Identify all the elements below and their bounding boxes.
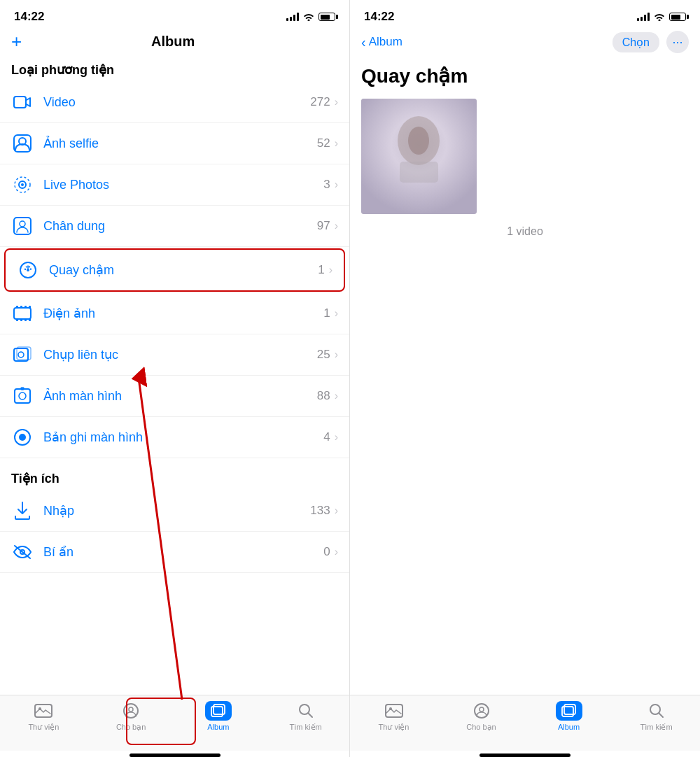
video-label: Video — [43, 95, 310, 110]
live-label: Live Photos — [43, 178, 323, 192]
list-item-video[interactable]: Video 272 › — [0, 82, 349, 123]
list-item-portrait[interactable]: Chân dung 97 › — [0, 206, 349, 247]
hidden-chevron: › — [335, 546, 338, 558]
left-tab-foryou[interactable]: Cho bạn — [88, 701, 175, 732]
screenrecord-chevron: › — [335, 431, 338, 444]
foryou-tab-icon — [121, 701, 141, 721]
svg-rect-16 — [16, 318, 18, 321]
svg-point-7 — [20, 221, 25, 227]
portrait-chevron: › — [335, 220, 338, 232]
svg-rect-23 — [15, 389, 30, 403]
right-tab-search[interactable]: Tìm kiếm — [612, 701, 700, 732]
hidden-label: Bí ẩn — [43, 544, 323, 560]
right-search-tab-icon — [647, 701, 666, 721]
live-chevron: › — [335, 178, 338, 191]
svg-point-42 — [408, 127, 429, 155]
right-nav-bar: ‹ Album Chọn ··· — [350, 28, 700, 59]
svg-point-4 — [21, 183, 24, 186]
left-tab-library-label: Thư viện — [28, 723, 59, 732]
left-status-bar: 14:22 — [0, 0, 349, 28]
cinematic-icon — [11, 302, 34, 325]
section-utility-header: Tiện ích — [0, 458, 349, 490]
list-item-selfie[interactable]: Ảnh selfie 52 › — [0, 123, 349, 164]
photo-thumbnail-0[interactable] — [361, 99, 477, 214]
left-status-time: 14:22 — [14, 10, 44, 24]
svg-rect-15 — [29, 306, 31, 309]
wifi-icon — [303, 13, 314, 21]
library-tab-icon — [34, 701, 53, 721]
list-item-slowmo[interactable]: Quay chậm 1 › — [6, 250, 344, 290]
list-item-cinematic[interactable]: Điện ảnh 1 › — [0, 293, 349, 334]
right-wifi-icon — [654, 13, 665, 21]
left-tab-album-label: Album — [207, 723, 229, 731]
right-tab-foryou[interactable]: Cho bạn — [438, 701, 525, 732]
right-tab-bar: Thư viện Cho bạn Album — [350, 695, 700, 751]
svg-rect-18 — [24, 318, 27, 321]
back-button[interactable]: ‹ Album — [361, 34, 402, 50]
right-tab-album[interactable]: Album — [525, 701, 612, 731]
back-chevron-icon: ‹ — [361, 34, 366, 50]
chon-button[interactable]: Chọn — [612, 32, 659, 52]
burst-chevron: › — [335, 348, 338, 361]
more-options-button[interactable]: ··· — [666, 31, 689, 53]
burst-label: Chụp liên tục — [43, 347, 317, 362]
screenrecord-count: 4 — [323, 430, 330, 444]
section-media-type-header: Loại phương tiện — [0, 58, 349, 82]
svg-rect-12 — [16, 306, 18, 309]
right-tab-album-label: Album — [558, 723, 580, 731]
svg-point-45 — [389, 707, 392, 710]
svg-rect-11 — [14, 308, 31, 319]
right-battery-icon — [669, 13, 686, 21]
import-label: Nhập — [43, 503, 310, 518]
page-title: Quay chậm — [350, 59, 700, 99]
list-item-burst[interactable]: Chụp liên tục 25 › — [0, 334, 349, 376]
live-photos-icon — [11, 174, 34, 196]
left-tab-foryou-label: Cho bạn — [116, 723, 146, 732]
svg-point-35 — [129, 707, 133, 712]
slowmo-icon — [17, 259, 39, 281]
right-tab-library[interactable]: Thư viện — [350, 701, 438, 732]
screenshot-chevron: › — [335, 390, 338, 402]
list-item-live[interactable]: Live Photos 3 › — [0, 164, 349, 206]
burst-icon — [11, 344, 34, 366]
svg-point-24 — [19, 392, 26, 399]
list-item-import[interactable]: Nhập 133 › — [0, 490, 349, 532]
slowmo-chevron: › — [329, 264, 332, 276]
list-item-screenrecord[interactable]: Bản ghi màn hình 4 › — [0, 417, 349, 458]
live-count: 3 — [323, 178, 330, 192]
selfie-icon — [11, 132, 34, 155]
portrait-count: 97 — [317, 219, 330, 233]
left-tab-library[interactable]: Thư viện — [0, 701, 88, 732]
screenrecord-icon — [11, 426, 34, 448]
svg-rect-43 — [400, 162, 438, 183]
search-tab-icon — [296, 701, 316, 721]
right-foryou-tab-icon — [472, 701, 491, 721]
right-nav-actions: Chọn ··· — [612, 31, 689, 53]
import-count: 133 — [310, 504, 330, 518]
svg-point-33 — [38, 707, 41, 710]
video-icon — [11, 91, 34, 113]
list-item-hidden[interactable]: Bí ẩn 0 › — [0, 532, 349, 573]
hidden-count: 0 — [323, 545, 330, 559]
screenrecord-label: Bản ghi màn hình — [43, 430, 323, 445]
left-tab-search[interactable]: Tìm kiếm — [262, 701, 349, 732]
left-home-indicator — [130, 754, 220, 757]
right-signal-bars-icon — [637, 13, 650, 21]
svg-point-47 — [479, 707, 484, 712]
burst-count: 25 — [317, 348, 330, 362]
selfie-chevron: › — [335, 137, 338, 150]
svg-rect-13 — [20, 306, 22, 309]
svg-point-22 — [18, 352, 24, 358]
left-nav-bar: + Album — [0, 28, 349, 58]
list-item-screenshot[interactable]: Ảnh màn hình 88 › — [0, 376, 349, 417]
left-tab-album[interactable]: Album — [175, 701, 262, 731]
left-status-icons — [286, 13, 335, 21]
svg-rect-19 — [29, 318, 31, 321]
photo-grid — [350, 99, 700, 214]
svg-rect-14 — [24, 306, 27, 309]
svg-line-39 — [308, 714, 312, 718]
cinematic-chevron: › — [335, 307, 338, 320]
svg-rect-0 — [14, 97, 26, 108]
add-button[interactable]: + — [11, 31, 22, 52]
screenshot-label: Ảnh màn hình — [43, 388, 317, 404]
